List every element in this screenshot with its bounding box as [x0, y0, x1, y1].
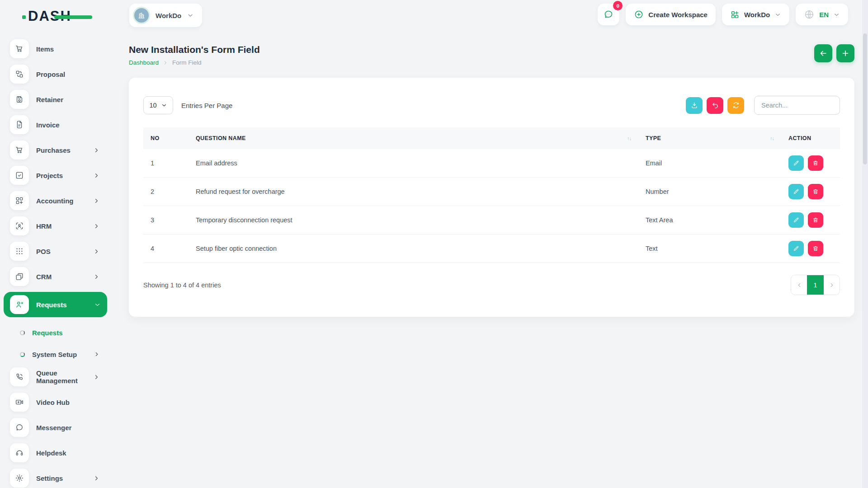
create-workspace-button[interactable]: Create Workspace [626, 4, 716, 25]
chevron-down-icon [774, 11, 781, 18]
logo-green-bar [54, 15, 92, 19]
chevron-right-icon [93, 197, 100, 204]
row-question: Email address [189, 149, 638, 178]
next-page-button[interactable] [824, 275, 840, 295]
delete-button[interactable] [808, 212, 823, 228]
table-row: 3 Temporary disconnection request Text A… [143, 206, 840, 235]
edit-button[interactable] [788, 212, 804, 228]
sidebar-subitem-requests[interactable]: Requests [20, 324, 106, 342]
add-form-field-button[interactable] [836, 44, 854, 62]
row-question: Temporary disconnection request [189, 206, 638, 235]
sidebar-item-hrm[interactable]: HRM [10, 216, 106, 236]
delete-button[interactable] [808, 155, 823, 171]
phone-call-icon [10, 367, 29, 386]
sort-icon[interactable]: ↑↓ [770, 136, 774, 141]
table-toolbar: 10 Entries Per Page [143, 96, 840, 115]
entries-per-page-select[interactable]: 10 [143, 96, 173, 114]
sidebar-item-video-hub[interactable]: Video Hub [10, 392, 106, 412]
chat-bubble-icon [603, 9, 614, 20]
sidebar-item-purchases[interactable]: Purchases [10, 140, 106, 160]
form-fields-card: 10 Entries Per Page [129, 78, 854, 317]
sidebar-item-queue-management[interactable]: Queue Management [10, 367, 106, 387]
trash-icon [812, 188, 819, 195]
sort-icon[interactable]: ↑↓ [627, 136, 631, 141]
row-type: Text Area [638, 206, 781, 235]
breadcrumb-current: Form Field [172, 59, 202, 66]
app-switcher-button[interactable]: WorkDo [722, 4, 789, 25]
sidebar-item-retainer[interactable]: Retainer [10, 89, 106, 109]
edit-button[interactable] [788, 184, 804, 199]
page-title: New Installation's Form Field [129, 44, 854, 55]
column-header-no[interactable]: NO [143, 127, 189, 149]
headset-icon [10, 443, 29, 462]
edit-button[interactable] [788, 155, 804, 171]
swap-boxes-icon [10, 65, 29, 84]
page-number-button[interactable]: 1 [807, 275, 824, 295]
invoice-icon [10, 115, 29, 134]
previous-page-button[interactable] [791, 275, 807, 295]
language-code: EN [819, 11, 829, 19]
sidebar-item-messenger[interactable]: Messenger [10, 418, 106, 437]
scrollbar-thumb[interactable] [863, 33, 867, 164]
sidebar-item-invoice[interactable]: Invoice [10, 115, 106, 135]
app-switcher-label: WorkDo [744, 11, 770, 19]
person-scan-icon [10, 216, 29, 235]
back-button[interactable] [814, 44, 832, 62]
delete-button[interactable] [808, 184, 823, 199]
person-plus-icon [10, 295, 29, 314]
sidebar-item-crm[interactable]: CRM [10, 267, 106, 286]
row-no: 3 [143, 206, 189, 235]
sidebar-item-proposal[interactable]: Proposal [10, 64, 106, 84]
column-header-type[interactable]: TYPE ↑↓ [638, 127, 781, 149]
search-input[interactable] [754, 96, 840, 115]
row-no: 2 [143, 178, 189, 206]
sidebar-item-requests[interactable]: Requests [4, 292, 107, 317]
workspace-name: WorkDo [156, 12, 181, 19]
workspace-selector[interactable]: WorkDo [129, 4, 202, 27]
page-scrollbar[interactable] [862, 0, 868, 488]
edit-button[interactable] [788, 241, 804, 256]
sidebar-item-settings[interactable]: Settings [10, 468, 106, 488]
trash-icon [812, 160, 819, 167]
entries-summary: Showing 1 to 4 of 4 entries [143, 282, 221, 289]
chevron-down-icon [94, 301, 101, 308]
pencil-icon [793, 245, 800, 252]
refresh-button[interactable] [727, 97, 744, 114]
app-logo[interactable]: DASH [28, 8, 71, 24]
table-row: 4 Setup fiber optic connection Text [143, 235, 840, 263]
sidebar-item-items[interactable]: Items [10, 39, 106, 59]
globe-icon [804, 9, 815, 20]
row-type: Email [638, 149, 781, 178]
messages-button[interactable]: 0 [598, 4, 619, 25]
table-footer: Showing 1 to 4 of 4 entries 1 [143, 275, 840, 295]
delete-button[interactable] [808, 241, 823, 256]
table-header-row: NO QUESTION NAME ↑↓ TYPE ↑↓ ACTION [143, 127, 840, 149]
table-row: 2 Refund request for overcharge Number [143, 178, 840, 206]
row-type: Number [638, 178, 781, 206]
sidebar-item-pos[interactable]: POS [10, 241, 106, 261]
sidebar-subitem-system-setup[interactable]: System Setup [20, 345, 106, 363]
grid-plus-icon [730, 10, 740, 19]
export-button[interactable] [686, 97, 703, 114]
chevron-down-icon [833, 11, 840, 18]
chat-badge: 0 [613, 1, 623, 10]
sidebar-item-projects[interactable]: Projects [10, 165, 106, 185]
pencil-icon [793, 216, 800, 224]
chevron-right-icon [93, 374, 100, 380]
chevron-right-icon [93, 172, 100, 179]
top-right-actions: 0 Create Workspace WorkDo EN [598, 4, 848, 25]
chevron-right-icon [93, 475, 100, 482]
breadcrumb-dashboard-link[interactable]: Dashboard [129, 59, 159, 66]
refresh-icon [732, 101, 740, 109]
top-bar: DASH WorkDo 0 Create W [0, 0, 868, 32]
column-header-question-name[interactable]: QUESTION NAME ↑↓ [189, 127, 638, 149]
workspace-avatar-building-icon [133, 7, 150, 24]
chevron-down-icon [161, 102, 167, 108]
language-selector[interactable]: EN [796, 4, 848, 25]
chevron-right-icon [94, 351, 100, 357]
sidebar-item-helpdesk[interactable]: Helpdesk [10, 443, 106, 463]
row-question: Refund request for overcharge [189, 178, 638, 206]
sidebar-item-accounting[interactable]: Accounting [10, 191, 106, 211]
reset-button[interactable] [707, 97, 723, 114]
page-header-actions [814, 44, 854, 62]
